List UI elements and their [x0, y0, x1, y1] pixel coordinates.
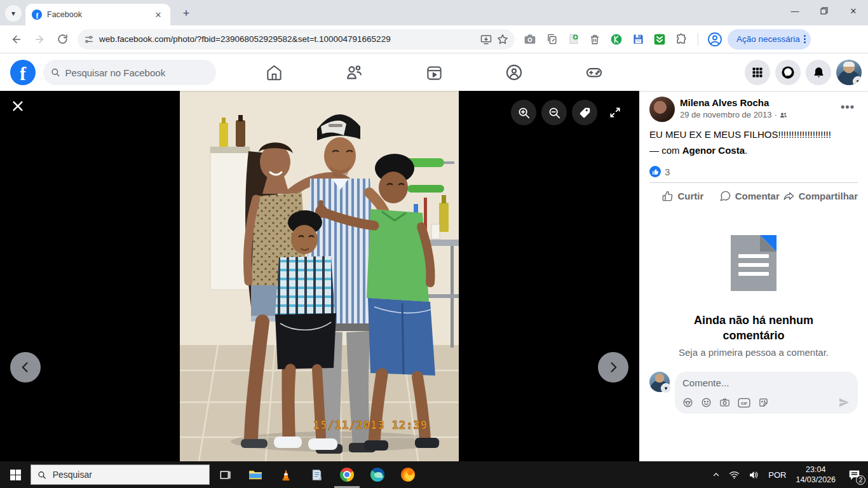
comment-input[interactable]: [682, 377, 850, 388]
nav-watch-icon[interactable]: [419, 57, 449, 88]
chrome-icon[interactable]: [332, 461, 362, 488]
site-settings-icon[interactable]: [84, 34, 94, 44]
trash-icon[interactable]: [586, 30, 604, 48]
kaspersky-icon[interactable]: [607, 30, 625, 48]
save-disk-icon[interactable]: [629, 30, 647, 48]
comment-icon: [719, 190, 731, 202]
photo-timestamp: 15/11/2013 12:39: [313, 419, 428, 431]
add-note-icon[interactable]: [564, 30, 582, 48]
profile-icon[interactable]: [706, 30, 724, 48]
facebook-logo[interactable]: f: [10, 60, 36, 85]
edge-icon[interactable]: [362, 461, 393, 488]
messenger-icon[interactable]: [775, 60, 801, 85]
window-controls: — ✕: [780, 0, 868, 22]
avatar-cap: [843, 62, 855, 67]
profile-avatar[interactable]: ▾: [836, 60, 862, 85]
like-count[interactable]: 3: [665, 166, 670, 177]
search-icon: [51, 67, 60, 78]
facebook-search[interactable]: [43, 60, 216, 85]
post-date: 29 de novembro de 2013: [680, 110, 772, 119]
restore-button[interactable]: [810, 0, 839, 22]
nav-gaming-icon[interactable]: [579, 57, 609, 88]
post-more-icon[interactable]: •••: [837, 97, 858, 117]
tagged-person-link[interactable]: Agenor Costa: [682, 145, 745, 156]
previous-photo-button[interactable]: [10, 352, 41, 383]
avatar-chevron-icon: ▾: [853, 76, 862, 85]
install-app-icon[interactable]: [480, 34, 492, 45]
apps-grid-icon[interactable]: [745, 60, 770, 85]
notepad-icon[interactable]: [301, 461, 332, 488]
sticker-icon[interactable]: [758, 397, 769, 408]
author-avatar[interactable]: [649, 97, 675, 122]
send-icon[interactable]: [838, 396, 850, 409]
notifications-bell-icon[interactable]: [806, 60, 831, 85]
composer-avatar-chevron-icon[interactable]: ▾: [661, 383, 671, 393]
vlc-icon[interactable]: [271, 461, 301, 488]
minimize-button[interactable]: —: [780, 0, 810, 22]
copy-pages-icon[interactable]: [543, 30, 560, 48]
zoom-out-icon[interactable]: [541, 100, 567, 125]
start-button[interactable]: [0, 461, 31, 488]
next-photo-button[interactable]: [598, 352, 628, 383]
file-explorer-icon[interactable]: [240, 461, 271, 488]
composer-avatar[interactable]: ▾: [649, 372, 670, 392]
nav-friends-icon[interactable]: [339, 57, 369, 88]
nav-home-icon[interactable]: [259, 57, 289, 88]
forward-icon[interactable]: [29, 29, 50, 50]
wifi-icon[interactable]: [724, 461, 744, 488]
firefox-icon[interactable]: [393, 461, 423, 488]
action-needed-label: Ação necessária: [736, 34, 800, 44]
tray-chevron-icon[interactable]: [708, 461, 724, 488]
comment-button[interactable]: Comentar: [716, 186, 783, 206]
share-icon: [783, 190, 795, 202]
clock[interactable]: 23:04 14/03/2026: [790, 464, 841, 485]
facebook-header-right: ▾: [745, 60, 862, 85]
language-indicator[interactable]: POR: [764, 461, 790, 488]
share-button-label: Compartilhar: [799, 191, 858, 201]
avatar-emoji-icon[interactable]: [682, 397, 693, 408]
updates-icon[interactable]: [651, 30, 668, 48]
post-actions: Curtir Comentar Compartilhar: [649, 182, 858, 208]
url-text[interactable]: web.facebook.com/photo/?fbid=23906805292…: [99, 34, 475, 44]
pill-menu-icon[interactable]: [804, 35, 806, 43]
tab-close-icon[interactable]: ✕: [153, 9, 164, 20]
gif-icon[interactable]: GIF: [738, 398, 750, 408]
author-name[interactable]: Milena Alves Rocha: [680, 97, 832, 109]
reactions-row[interactable]: 3: [649, 166, 858, 177]
post-date-row[interactable]: 29 de novembro de 2013 ·: [680, 110, 832, 119]
photo-image[interactable]: 15/11/2013 12:39: [180, 91, 459, 461]
viewer-controls: [511, 100, 628, 125]
back-icon[interactable]: [6, 29, 27, 50]
taskbar-search-input[interactable]: [53, 470, 203, 480]
volume-icon[interactable]: [744, 461, 764, 488]
nav-groups-icon[interactable]: [499, 57, 529, 88]
viewer-close-icon[interactable]: [9, 97, 27, 115]
notification-badge: 2: [856, 475, 865, 485]
share-button[interactable]: Compartilhar: [783, 186, 858, 206]
like-button[interactable]: Curtir: [649, 186, 716, 206]
photo-viewer: 15/11/2013 12:39: [0, 91, 639, 461]
puzzle-extensions-icon[interactable]: [672, 30, 690, 48]
action-center-icon[interactable]: 2: [841, 461, 868, 488]
camera-icon[interactable]: [719, 397, 730, 408]
close-button[interactable]: ✕: [839, 0, 868, 22]
composer-box[interactable]: GIF: [675, 372, 858, 414]
new-tab-button[interactable]: +: [179, 6, 193, 20]
reload-icon[interactable]: [52, 29, 72, 50]
tab-title: Facebook: [47, 10, 147, 19]
bookmark-star-icon[interactable]: [497, 34, 508, 45]
post-header: Milena Alves Rocha 29 de novembro de 201…: [649, 97, 858, 122]
task-view-icon[interactable]: [210, 461, 240, 488]
taskbar-search[interactable]: [31, 464, 210, 485]
tag-icon[interactable]: [572, 100, 597, 125]
browser-tab[interactable]: f Facebook ✕: [25, 4, 170, 25]
action-needed-button[interactable]: Ação necessária: [728, 29, 811, 50]
smiley-icon[interactable]: [701, 397, 712, 408]
privacy-friends-icon: [780, 111, 787, 119]
url-bar[interactable]: web.facebook.com/photo/?fbid=23906805292…: [78, 29, 515, 50]
zoom-in-icon[interactable]: [511, 100, 536, 125]
facebook-search-input[interactable]: [65, 67, 208, 78]
tab-list-chevron-icon[interactable]: ▾: [5, 5, 22, 22]
fullscreen-icon[interactable]: [602, 100, 628, 125]
screenshot-camera-icon[interactable]: [521, 30, 539, 48]
